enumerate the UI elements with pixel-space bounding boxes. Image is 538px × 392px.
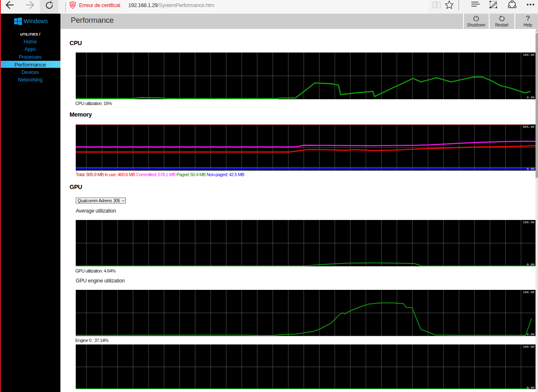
svg-text:100.00: 100.00 (523, 53, 534, 56)
svg-text:0.00: 0.00 (527, 263, 535, 266)
svg-text:0.00: 0.00 (527, 333, 535, 336)
svg-text:0.00: 0.00 (527, 96, 535, 99)
svg-text:0.00: 0.00 (527, 386, 535, 389)
svg-text:100.00: 100.00 (523, 291, 534, 294)
svg-text:100.00: 100.00 (523, 345, 534, 348)
svg-text:100.00: 100.00 (523, 220, 534, 224)
svg-text:0.00: 0.00 (527, 167, 535, 171)
svg-text:905.88: 905.88 (523, 125, 534, 129)
